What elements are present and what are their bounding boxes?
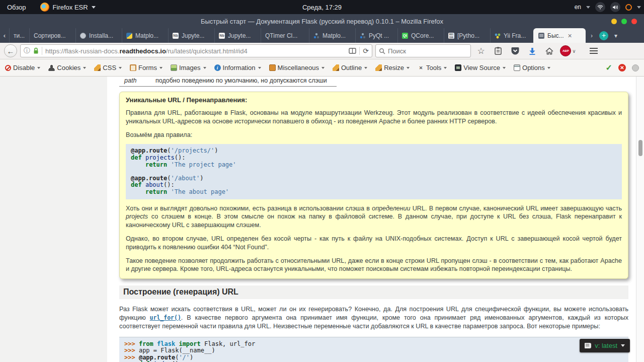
home-icon[interactable] xyxy=(542,44,556,57)
table-desc: подобно поведению по умолчанию, но допус… xyxy=(155,77,327,84)
table-row: path подобно поведению по умолчанию, но … xyxy=(119,77,337,87)
error-icon[interactable]: ✕ xyxy=(618,64,626,71)
code-block: @app.route('/projects/')def projects(): … xyxy=(126,144,622,199)
devbar-label: CSS xyxy=(103,64,116,71)
neutral-status-icon[interactable] xyxy=(632,64,639,71)
devbar-css[interactable]: CSS xyxy=(94,64,122,71)
table-term: path xyxy=(124,77,155,84)
bookmark-star-icon[interactable]: ☆ xyxy=(474,44,488,57)
devbar-resize[interactable]: Resize xyxy=(375,64,410,71)
text-run: Хоть они и выглядят довольно похожими, е… xyxy=(126,205,372,212)
keyboard-layout[interactable]: en xyxy=(575,4,581,11)
valid-check-icon[interactable]: ✓ xyxy=(606,63,612,73)
tab-ti[interactable]: ти... xyxy=(9,28,29,43)
navigation-toolbar: ← ⓘ https://flask-russian-docs.readthedo… xyxy=(0,43,644,59)
menu-button[interactable] xyxy=(587,44,601,57)
volume-icon[interactable] xyxy=(610,2,620,12)
chevron-down-icon xyxy=(503,67,506,69)
devbar-label: Options xyxy=(522,64,545,71)
tab-qcore[interactable]: QtQCore... xyxy=(397,28,444,43)
devbar-forms[interactable]: Forms xyxy=(130,64,163,71)
devbar-label: Forms xyxy=(138,64,157,71)
tab-close-icon[interactable]: × xyxy=(568,32,572,40)
window-icon xyxy=(514,64,520,71)
chevron-down-icon xyxy=(159,67,163,69)
devbar-tools[interactable]: ✕Tools xyxy=(418,64,447,71)
tab-matplotlib-1[interactable]: Matplo... xyxy=(122,28,168,43)
devbar-cookies[interactable]: Cookies xyxy=(48,64,86,71)
adblock-button[interactable]: ABP ∨ xyxy=(559,44,577,57)
tab-qtimer[interactable]: QTimer Cl... xyxy=(261,28,309,43)
lock-icon[interactable] xyxy=(33,47,39,54)
bookmarks-menu-icon[interactable] xyxy=(491,44,505,57)
devbar-view-source[interactable]: View Source xyxy=(455,64,506,71)
url-bar[interactable]: ⓘ https://flask-russian-docs.readthedocs… xyxy=(20,44,372,57)
no-entry-icon xyxy=(5,65,11,71)
plus-icon: + xyxy=(599,31,608,40)
close-button[interactable] xyxy=(631,19,637,24)
tab-overflow-button[interactable]: ▾ xyxy=(610,28,622,43)
page-info-icon[interactable]: ⓘ xyxy=(24,46,30,55)
new-tab-button[interactable]: + xyxy=(598,28,610,43)
activities-label: Обзор xyxy=(7,4,26,11)
minimize-button[interactable] xyxy=(611,19,617,24)
book-icon xyxy=(585,343,591,348)
devbar-images[interactable]: Images xyxy=(171,64,206,71)
notebook-icon: Nb xyxy=(219,33,225,39)
tab-jupyter-1[interactable]: NbJupyte... xyxy=(168,28,214,43)
download-icon[interactable] xyxy=(525,44,539,57)
clock[interactable]: Среда, 17:29 xyxy=(302,0,342,14)
back-button[interactable]: ← xyxy=(4,44,17,57)
qt-icon: Qt xyxy=(402,33,408,39)
webdeveloper-toolbar: Disable Cookies CSS Forms Images iInform… xyxy=(0,59,644,77)
chevron-down-icon xyxy=(621,344,625,347)
paragraph: Однако, во втором случае, URL определен … xyxy=(126,235,622,252)
battery-icon[interactable] xyxy=(625,4,632,11)
tab-scroll-left[interactable]: ‹ xyxy=(0,28,9,43)
molecule-icon xyxy=(360,33,366,39)
maximize-button[interactable] xyxy=(621,19,627,24)
search-box[interactable] xyxy=(375,44,471,57)
url-for-link[interactable]: url_for() xyxy=(150,314,181,321)
globe-icon xyxy=(80,33,86,39)
tab-sortirov[interactable]: Сортиров... xyxy=(29,28,75,43)
devbar-outline[interactable]: Outline xyxy=(333,64,367,71)
tab-label: Jupyte... xyxy=(228,32,251,39)
pencil-icon xyxy=(375,64,382,71)
app-menu[interactable]: Firefox ESR xyxy=(33,0,103,14)
code-line: def projects(): xyxy=(131,155,617,162)
system-top-bar: Обзор Firefox ESR Среда, 17:29 en xyxy=(0,0,644,14)
divider xyxy=(359,47,360,55)
tab-pyqt[interactable]: PyQt ... xyxy=(355,28,397,43)
chevron-down-icon[interactable] xyxy=(637,6,641,9)
devbar-miscellaneous[interactable]: Miscellaneous xyxy=(269,64,325,71)
tab-label: QTimer Cl... xyxy=(265,32,297,39)
section-heading: Построение (генерация) URL xyxy=(119,285,628,299)
pocket-icon[interactable] xyxy=(508,44,522,57)
code-line: return 'The about page' xyxy=(131,189,617,196)
tab-quickstart-active[interactable]: Быс... × xyxy=(533,28,586,43)
url-text[interactable]: https://flask-russian-docs.readthedocs.i… xyxy=(45,47,346,55)
version-flyout[interactable]: v: latest xyxy=(580,339,630,352)
system-tray: en xyxy=(575,0,641,14)
devbar-options[interactable]: Options xyxy=(514,64,550,71)
paragraph: Правила для URL, работающие в Flask, осн… xyxy=(126,109,622,126)
reload-icon[interactable]: ⟳ xyxy=(363,47,369,55)
tab-label: Быс... xyxy=(547,32,564,39)
tab-matplotlib-2[interactable]: Matplo... xyxy=(309,28,355,43)
activities-button[interactable]: Обзор xyxy=(0,0,33,14)
scrollbar-thumb[interactable] xyxy=(638,140,642,156)
tab-yii[interactable]: Yii Fra... xyxy=(490,28,533,43)
tab-scroll-right[interactable]: › xyxy=(586,28,598,43)
devbar-disable[interactable]: Disable xyxy=(5,64,40,71)
wifi-icon[interactable] xyxy=(595,2,605,12)
scrollbar[interactable] xyxy=(636,77,644,362)
tab-jupyter-2[interactable]: NbJupyte... xyxy=(214,28,261,43)
terminal-icon xyxy=(455,64,461,71)
reader-mode-icon[interactable] xyxy=(349,48,356,54)
devbar-information[interactable]: iInformation xyxy=(214,64,261,71)
search-input[interactable] xyxy=(388,47,453,55)
tab-installa[interactable]: Installa... xyxy=(75,28,122,43)
devbar-label: Resize xyxy=(384,64,404,71)
tab-python-docs[interactable]: 001110[Pytho... xyxy=(444,28,490,43)
